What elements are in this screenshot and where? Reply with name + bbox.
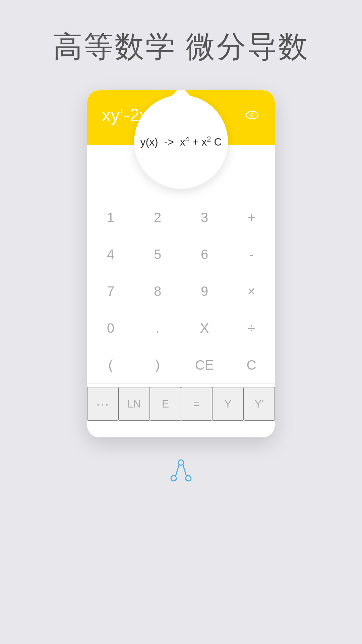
result-c: C <box>214 136 222 148</box>
calc-body: 1 2 3 + 4 5 6 - 7 8 9 × 0 . X ÷ ( ) CE C <box>87 145 275 437</box>
key-e[interactable]: E <box>150 387 181 421</box>
result-plus: + x <box>192 136 207 148</box>
key-x[interactable]: X <box>181 310 228 346</box>
key-2[interactable]: 2 <box>134 199 181 236</box>
svg-line-6 <box>176 465 179 476</box>
key-4[interactable]: 4 <box>87 236 134 273</box>
key-minus[interactable]: - <box>228 236 275 273</box>
eye-icon[interactable] <box>244 107 260 123</box>
key-open-paren[interactable]: ( <box>87 346 134 383</box>
key-6[interactable]: 6 <box>181 236 228 273</box>
key-close-paren[interactable]: ) <box>134 346 181 383</box>
key-dot[interactable]: . <box>134 310 181 346</box>
result-exp1: 4 <box>185 135 189 143</box>
keypad-grid: 1 2 3 + 4 5 6 - 7 8 9 × 0 . X ÷ ( ) CE C <box>87 199 275 383</box>
calculator-card: xy'-2y=2x^4 y(x) -> x4 + x2 C 1 2 <box>87 90 275 437</box>
key-plus[interactable]: + <box>228 199 275 236</box>
key-y-prime[interactable]: Y' <box>244 387 275 421</box>
func-row: ··· LN E = Y Y' <box>87 383 275 431</box>
result-exp2: 2 <box>207 135 211 143</box>
key-multiply[interactable]: × <box>228 273 275 310</box>
key-more[interactable]: ··· <box>87 387 118 421</box>
key-8[interactable]: 8 <box>134 273 181 310</box>
svg-line-7 <box>183 465 186 476</box>
key-ce[interactable]: CE <box>181 346 228 383</box>
key-y[interactable]: Y <box>212 387 243 421</box>
result-content: y(x) -> x4 + x2 C <box>140 134 222 149</box>
calc-header: xy'-2y=2x^4 y(x) -> x4 + x2 C <box>87 90 275 145</box>
key-c[interactable]: C <box>228 346 275 383</box>
bottom-nav <box>168 458 194 486</box>
key-equals[interactable]: = <box>181 387 212 421</box>
result-text: y(x) -> x <box>140 136 185 148</box>
tree-icon[interactable] <box>168 458 194 486</box>
result-bubble: y(x) -> x4 + x2 C <box>134 95 228 189</box>
svg-point-2 <box>251 114 253 116</box>
key-7[interactable]: 7 <box>87 273 134 310</box>
key-ln[interactable]: LN <box>118 387 149 421</box>
key-1[interactable]: 1 <box>87 199 134 236</box>
key-5[interactable]: 5 <box>134 236 181 273</box>
key-divide[interactable]: ÷ <box>228 310 275 346</box>
page-title: 高等数学 微分导数 <box>53 27 309 67</box>
key-0[interactable]: 0 <box>87 310 134 346</box>
key-9[interactable]: 9 <box>181 273 228 310</box>
key-3[interactable]: 3 <box>181 199 228 236</box>
